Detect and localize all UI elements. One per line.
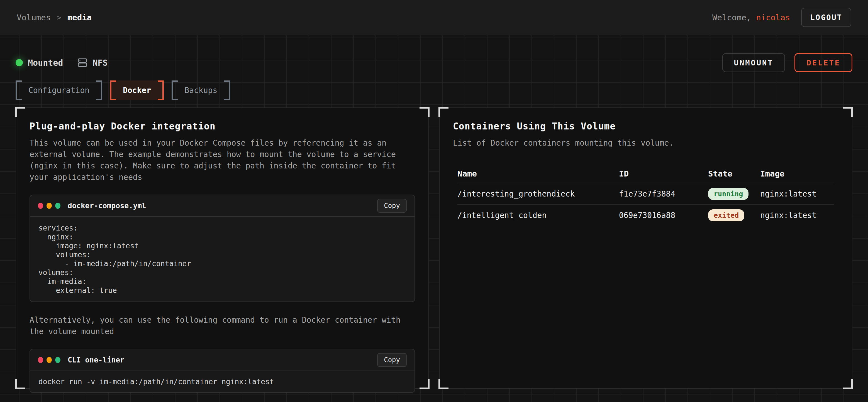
traffic-light-amber-icon (46, 203, 52, 209)
topbar-right: Welcome, nicolas LOGOUT (712, 8, 851, 27)
tab-backups[interactable]: Backups (172, 80, 230, 100)
breadcrumb-current-volume: media (67, 13, 92, 22)
delete-button[interactable]: DELETE (795, 53, 852, 72)
traffic-light-green-icon (55, 357, 60, 363)
tab-configuration[interactable]: Configuration (16, 80, 102, 100)
traffic-light-amber-icon (46, 357, 52, 363)
panel-corner-bracket (420, 107, 430, 117)
welcome-label: Welcome, (712, 13, 756, 22)
docker-panel-description: This volume can be used in your Docker C… (30, 137, 415, 183)
traffic-light-green-icon (55, 203, 60, 209)
tab-docker[interactable]: Docker (110, 80, 164, 100)
panel-corner-bracket (843, 379, 853, 389)
panel-corner-bracket (15, 107, 25, 117)
container-image: nginx:latest (760, 189, 834, 199)
table-row: /interesting_grothendieck f1e73e7f3884 r… (457, 183, 834, 204)
column-header-name: Name (457, 169, 619, 178)
cli-title: CLI one-liner (68, 356, 125, 364)
docker-panel-title: Plug-and-play Docker integration (30, 121, 415, 132)
driver-status: NFS (78, 58, 107, 68)
container-id: 069e73016a88 (619, 211, 708, 220)
traffic-light-red-icon (38, 203, 43, 209)
mounted-status: Mounted (16, 58, 63, 68)
panel-corner-bracket (15, 379, 25, 389)
logout-button[interactable]: LOGOUT (801, 8, 851, 27)
server-icon (78, 58, 88, 68)
topbar: Volumes > media Welcome, nicolas LOGOUT (0, 0, 868, 35)
column-header-id: ID (619, 169, 708, 178)
compose-filename: docker-compose.yml (68, 202, 146, 210)
table-header-row: Name ID State Image (457, 165, 834, 183)
mounted-status-dot-icon (16, 59, 23, 66)
panel-corner-bracket (420, 379, 430, 389)
volume-actions: UNMOUNT DELETE (722, 53, 852, 72)
container-name: /interesting_grothendieck (457, 189, 619, 199)
column-header-image: Image (760, 169, 834, 178)
cli-copy-button[interactable]: Copy (377, 353, 407, 367)
table-row: /intelligent_colden 069e73016a88 exited … (457, 204, 834, 226)
welcome-text: Welcome, nicolas (712, 13, 790, 22)
cli-code-header: CLI one-liner Copy (30, 349, 414, 371)
breadcrumb-volumes-link[interactable]: Volumes (17, 13, 51, 22)
compose-copy-button[interactable]: Copy (377, 199, 407, 213)
docker-integration-panel: Plug-and-play Docker integration This vo… (16, 107, 429, 389)
compose-code: services: nginx: image: nginx:latest vol… (30, 217, 414, 302)
container-image: nginx:latest (760, 211, 834, 220)
driver-label: NFS (92, 58, 107, 68)
containers-table: Name ID State Image /interesting_grothen… (453, 165, 838, 226)
container-name: /intelligent_colden (457, 211, 619, 220)
chevron-right-icon: > (57, 13, 61, 22)
state-badge: exited (708, 209, 744, 221)
traffic-lights (38, 203, 60, 209)
cli-code: docker run -v im-media:/path/in/containe… (30, 371, 414, 392)
main-content: Mounted NFS UNMOUNT DELETE Configuration… (0, 35, 868, 402)
containers-panel-subtitle: List of Docker containers mounting this … (453, 137, 838, 149)
status-row: Mounted NFS UNMOUNT DELETE (16, 35, 852, 72)
panel-corner-bracket (843, 107, 853, 117)
cli-code-block: CLI one-liner Copy docker run -v im-medi… (30, 349, 415, 393)
cli-intro-text: Alternatively, you can use the following… (30, 314, 415, 337)
state-badge: running (708, 188, 748, 200)
compose-code-block: docker-compose.yml Copy services: nginx:… (30, 195, 415, 302)
breadcrumb: Volumes > media (17, 13, 92, 22)
unmount-button[interactable]: UNMOUNT (722, 53, 785, 72)
compose-code-header: docker-compose.yml Copy (30, 195, 414, 217)
panel-corner-bracket (438, 107, 448, 117)
panels: Plug-and-play Docker integration This vo… (16, 107, 852, 389)
username: nicolas (756, 13, 790, 22)
volume-status-group: Mounted NFS (16, 58, 108, 68)
containers-panel: Containers Using This Volume List of Doc… (439, 107, 852, 389)
panel-corner-bracket (438, 379, 448, 389)
traffic-lights (38, 357, 60, 363)
tabs: Configuration Docker Backups (16, 80, 852, 100)
mounted-label: Mounted (28, 58, 63, 68)
container-id: f1e73e7f3884 (619, 189, 708, 199)
containers-panel-title: Containers Using This Volume (453, 121, 838, 132)
column-header-state: State (708, 169, 760, 178)
traffic-light-red-icon (38, 357, 43, 363)
